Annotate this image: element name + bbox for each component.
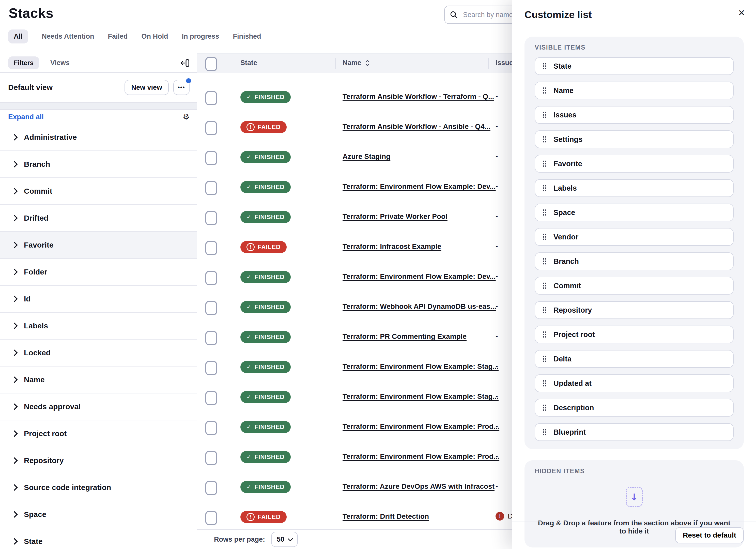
tab-filters[interactable]: Filters	[8, 56, 39, 69]
stack-name-link[interactable]: Terraform: Environment Flow Example: Sta…	[343, 392, 499, 401]
customize-item[interactable]: Name	[535, 82, 734, 99]
customize-item[interactable]: Commit	[535, 277, 734, 295]
row-checkbox[interactable]	[205, 331, 217, 345]
row-checkbox[interactable]	[205, 241, 217, 255]
filter-group-row[interactable]: Folder	[0, 259, 197, 286]
drag-handle-icon[interactable]	[542, 63, 547, 70]
drag-handle-icon[interactable]	[542, 355, 547, 362]
rows-per-page-select[interactable]: 50	[271, 532, 298, 547]
filter-group-row[interactable]: Space	[0, 501, 197, 528]
status-tab[interactable]: In progress	[182, 29, 219, 43]
drag-handle-icon[interactable]	[542, 282, 547, 289]
row-checkbox[interactable]	[205, 211, 217, 225]
customize-item[interactable]: Space	[535, 204, 734, 221]
filter-group-row[interactable]: Commit	[0, 178, 197, 205]
row-checkbox[interactable]	[205, 511, 217, 525]
customize-item[interactable]: Favorite	[535, 155, 734, 173]
customize-item[interactable]: Labels	[535, 179, 734, 197]
column-header-name[interactable]: Name	[343, 59, 370, 67]
new-view-button[interactable]: New view	[125, 80, 169, 95]
drag-handle-icon[interactable]	[542, 380, 547, 387]
stack-name-link[interactable]: Terraform: PR Commenting Example	[343, 332, 467, 341]
stack-name-link[interactable]: Terraform Ansible Workflow - Ansible - Q…	[343, 123, 490, 131]
row-checkbox[interactable]	[205, 361, 217, 375]
column-header-state[interactable]: State	[240, 59, 257, 67]
stack-name-link[interactable]: Terraform: Environment Flow Example: Sta…	[343, 362, 499, 371]
close-icon[interactable]: ×	[738, 7, 745, 18]
customize-item[interactable]: Updated at	[535, 374, 734, 392]
sort-icon[interactable]	[365, 59, 370, 67]
row-checkbox[interactable]	[205, 121, 217, 135]
filter-group-row[interactable]: State	[0, 528, 197, 549]
drag-handle-icon[interactable]	[542, 136, 547, 143]
drag-handle-icon[interactable]	[542, 331, 547, 338]
status-tab[interactable]: Needs Attention	[42, 29, 94, 43]
filter-group-row[interactable]: Branch	[0, 151, 197, 178]
status-tab[interactable]: Finished	[233, 29, 261, 43]
drag-handle-icon[interactable]	[542, 185, 547, 192]
filter-group-row[interactable]: Labels	[0, 313, 197, 340]
stack-name-link[interactable]: Azure Staging	[343, 153, 390, 161]
customize-item[interactable]: Vendor	[535, 228, 734, 246]
filter-group-row[interactable]: Project root	[0, 420, 197, 447]
filter-group-row[interactable]: Drifted	[0, 205, 197, 232]
row-checkbox[interactable]	[205, 271, 217, 285]
stack-name-link[interactable]: Terraform: Private Worker Pool	[343, 212, 448, 221]
drag-handle-icon[interactable]	[542, 209, 547, 216]
stack-name-link[interactable]: Terraform: Environment Flow Example: Dev…	[343, 182, 496, 191]
filter-group-row[interactable]: Source code integration	[0, 474, 197, 501]
row-checkbox[interactable]	[205, 301, 217, 315]
customize-item-label: Favorite	[553, 160, 582, 168]
select-all-checkbox[interactable]	[205, 57, 217, 71]
drag-handle-icon[interactable]	[542, 258, 547, 265]
drag-handle-icon[interactable]	[542, 160, 547, 167]
customize-item[interactable]: Delta	[535, 350, 734, 368]
drag-handle-icon[interactable]	[542, 233, 547, 240]
status-tab[interactable]: Failed	[108, 29, 128, 43]
row-checkbox[interactable]	[205, 481, 217, 495]
drag-handle-icon[interactable]	[542, 429, 547, 436]
status-tab[interactable]: All	[8, 29, 28, 43]
row-checkbox[interactable]	[205, 91, 217, 105]
filter-group-row[interactable]: Locked	[0, 340, 197, 367]
expand-all-link[interactable]: Expand all	[8, 113, 183, 121]
stack-name-link[interactable]: Terraform: Azure DevOps AWS with Infraco…	[343, 482, 495, 491]
status-tab[interactable]: On Hold	[142, 29, 168, 43]
customize-item[interactable]: Settings	[535, 130, 734, 148]
drag-handle-icon[interactable]	[542, 307, 547, 314]
drag-handle-icon[interactable]	[542, 111, 547, 118]
customize-item[interactable]: Issues	[535, 106, 734, 124]
stack-name-link[interactable]: Terraform Ansible Workflow - Terraform -…	[343, 93, 494, 101]
stack-name-link[interactable]: Terraform: Drift Detection	[343, 512, 429, 521]
view-more-button[interactable]: •••	[173, 80, 190, 95]
filter-group-row[interactable]: Repository	[0, 447, 197, 474]
drag-handle-icon[interactable]	[542, 404, 547, 411]
drag-handle-icon[interactable]	[542, 87, 547, 94]
customize-item[interactable]: Branch	[535, 252, 734, 270]
tab-views[interactable]: Views	[50, 59, 70, 67]
customize-item[interactable]: Project root	[535, 326, 734, 343]
filter-group-row[interactable]: Administrative	[0, 124, 197, 151]
gear-icon[interactable]: ⚙	[183, 113, 190, 121]
customize-item[interactable]: Repository	[535, 301, 734, 319]
stack-name-link[interactable]: Terraform: Environment Flow Example: Pro…	[343, 452, 499, 461]
row-checkbox[interactable]	[205, 421, 217, 435]
drop-target[interactable]: ↓	[626, 487, 643, 507]
customize-item[interactable]: State	[535, 57, 734, 75]
collapse-sidebar-button[interactable]	[179, 57, 191, 69]
filter-group-row[interactable]: Needs approval	[0, 393, 197, 420]
filter-group-row[interactable]: Favorite	[0, 232, 197, 259]
row-checkbox[interactable]	[205, 451, 217, 465]
stack-name-link[interactable]: Terraform: Environment Flow Example: Pro…	[343, 422, 499, 431]
filter-group-row[interactable]: Id	[0, 286, 197, 313]
stack-name-link[interactable]: Terraform: Webhook API DynamoDB us-eas..…	[343, 302, 496, 311]
row-checkbox[interactable]	[205, 391, 217, 405]
customize-item[interactable]: Blueprint	[535, 423, 734, 441]
filter-group-row[interactable]: Name	[0, 367, 197, 393]
stack-name-link[interactable]: Terraform: Infracost Example	[343, 242, 441, 251]
row-checkbox[interactable]	[205, 181, 217, 195]
row-checkbox[interactable]	[205, 151, 217, 165]
reset-to-default-button[interactable]: Reset to default	[675, 527, 744, 543]
customize-item[interactable]: Description	[535, 399, 734, 417]
stack-name-link[interactable]: Terraform: Environment Flow Example: Dev…	[343, 272, 496, 281]
